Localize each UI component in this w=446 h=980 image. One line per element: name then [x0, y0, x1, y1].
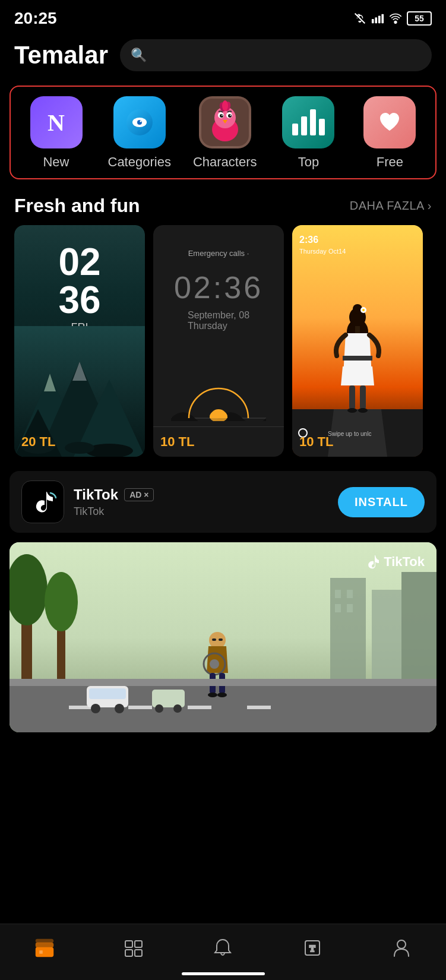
svg-rect-56: [401, 572, 436, 697]
more-link[interactable]: DAHA FAZLA: [350, 199, 432, 213]
discover-icon: [123, 937, 144, 959]
ad-scene-svg: [10, 542, 436, 732]
status-bar: 20:25 55: [0, 0, 446, 33]
svg-rect-74: [152, 690, 185, 707]
themes-carousel: 0236 FRI04/28: [0, 225, 446, 471]
svg-point-98: [397, 940, 406, 949]
categories-icon: [113, 96, 166, 148]
tiktok-brand: TikTok: [365, 554, 425, 570]
tiktok-brand-text: TikTok: [384, 554, 425, 570]
svg-rect-95: [135, 950, 142, 956]
svg-point-78: [209, 632, 226, 649]
status-icons: 55: [353, 11, 432, 26]
section-header: Fresh and fun DAHA FAZLA: [0, 190, 446, 225]
free-icon: [363, 96, 416, 148]
svg-rect-94: [125, 950, 132, 956]
svg-point-16: [228, 114, 232, 118]
svg-point-46: [347, 408, 357, 413]
signal-icon: [371, 13, 384, 24]
theme-card-1[interactable]: 0236 FRI04/28: [14, 225, 145, 457]
home-icon: [34, 937, 55, 959]
search-bar[interactable]: 🔍: [120, 39, 432, 71]
search-icon: 🔍: [131, 48, 147, 63]
nav-home[interactable]: [22, 934, 67, 962]
svg-rect-58: [347, 590, 353, 598]
nav-profile[interactable]: [379, 934, 424, 962]
svg-text:Thursday Oct14: Thursday Oct14: [299, 248, 346, 255]
wifi-icon: [389, 13, 402, 24]
install-button[interactable]: INSTALL: [338, 487, 425, 517]
svg-point-17: [222, 115, 223, 116]
sidebar-item-characters[interactable]: Characters: [193, 96, 257, 170]
tiktok-ad-image[interactable]: TikTok TikTok'ta fazlasını keşfet: [10, 542, 436, 732]
svg-rect-59: [335, 604, 341, 612]
svg-rect-3: [378, 15, 381, 23]
new-icon: N: [30, 96, 83, 148]
theme-card-2[interactable]: Emergency calls · 02:36 September, 08Thu…: [153, 225, 284, 457]
woman-bg-svg: 2:36 Thursday Oct14 Swipe up to unlc: [292, 225, 423, 457]
svg-rect-79: [212, 638, 216, 641]
svg-point-9: [140, 121, 141, 122]
free-label: Free: [377, 154, 403, 170]
svg-rect-1: [372, 19, 374, 23]
svg-rect-93: [135, 941, 142, 947]
svg-rect-4: [381, 14, 384, 24]
svg-rect-45: [360, 385, 366, 409]
svg-rect-89: [36, 943, 53, 947]
nav-discover[interactable]: [111, 934, 156, 962]
bottom-nav: T: [0, 924, 446, 980]
svg-rect-90: [36, 940, 53, 942]
svg-rect-80: [219, 638, 223, 641]
top-icon: [282, 96, 334, 148]
svg-rect-91: [39, 950, 43, 954]
characters-icon: [199, 96, 251, 148]
sidebar-item-categories[interactable]: Categories: [108, 96, 171, 170]
sidebar-item-top[interactable]: Top: [279, 96, 338, 170]
ad-banner: TikTok AD × TikTok INSTALL: [10, 471, 436, 533]
svg-rect-44: [349, 385, 355, 409]
notifications-icon: [212, 937, 233, 959]
categories-label: Categories: [108, 154, 171, 170]
header: Temalar 🔍: [0, 33, 446, 81]
section-title: Fresh and fun: [14, 195, 140, 217]
nav-themes[interactable]: T: [290, 934, 335, 962]
svg-point-31: [65, 442, 94, 454]
svg-rect-60: [347, 604, 353, 612]
svg-text:2:36: 2:36: [299, 235, 318, 245]
mute-icon: [353, 12, 366, 25]
page-title: Temalar: [14, 41, 108, 69]
svg-point-75: [155, 704, 163, 713]
ad-app-name-text: TikTok: [74, 486, 118, 503]
theme-card-3[interactable]: 2:36 Thursday Oct14 Swipe up to unlc 10 …: [292, 225, 423, 457]
theme-price-2: 10 TL: [160, 434, 194, 450]
ad-info: TikTok AD × TikTok: [74, 486, 328, 518]
svg-point-15: [220, 114, 223, 118]
svg-rect-43: [343, 356, 372, 361]
svg-point-72: [91, 704, 100, 713]
nav-notifications[interactable]: [200, 934, 245, 962]
profile-icon: [391, 937, 412, 959]
svg-point-21: [222, 100, 228, 111]
svg-rect-57: [335, 590, 341, 598]
svg-rect-42: [355, 326, 360, 333]
svg-point-85: [208, 693, 217, 697]
svg-point-73: [115, 704, 124, 713]
themes-icon: T: [302, 937, 323, 959]
new-label: New: [43, 154, 69, 170]
svg-rect-92: [125, 941, 132, 947]
svg-point-41: [362, 309, 365, 311]
svg-text:T: T: [309, 944, 315, 953]
svg-point-76: [173, 704, 182, 713]
svg-rect-2: [375, 17, 377, 23]
sidebar-item-new[interactable]: N New: [27, 96, 86, 170]
ad-app-icon: [21, 480, 64, 523]
sun-scene-svg: [171, 374, 266, 421]
characters-label: Characters: [193, 154, 257, 170]
svg-rect-87: [10, 679, 436, 686]
ad-sub-label: TikTok: [74, 505, 328, 518]
home-indicator: [182, 972, 265, 975]
svg-rect-71: [89, 688, 126, 699]
svg-text:Swipe up to unlc: Swipe up to unlc: [328, 431, 371, 437]
sidebar-item-free[interactable]: Free: [360, 96, 419, 170]
top-label: Top: [298, 154, 319, 170]
